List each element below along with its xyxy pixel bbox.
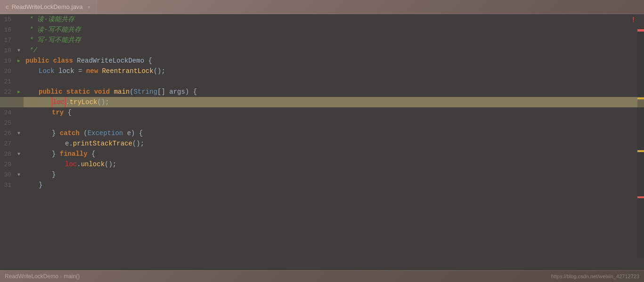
- line-number: 23: [0, 99, 14, 106]
- keyword-void: void: [94, 87, 114, 97]
- table-row: 17 * 写-写不能共存: [0, 35, 644, 45]
- code-line-25: [24, 118, 644, 128]
- code-text: * 读-读能共存: [25, 14, 74, 24]
- line-number: 20: [0, 68, 14, 75]
- type-exception: Exception: [88, 128, 127, 138]
- keyword-try: try: [52, 107, 68, 118]
- line-number: 30: [0, 171, 14, 178]
- code-line-19: public class ReadWriteLockDemo {: [24, 56, 644, 66]
- table-row: 16 * 读-写不能共存: [0, 24, 644, 35]
- code-line-28: } finally {: [24, 149, 644, 159]
- line-number: 24: [0, 109, 14, 116]
- brace: {: [148, 56, 152, 66]
- table-row: 24 try {: [0, 107, 644, 118]
- warning-marker-2: [637, 150, 644, 152]
- error-variable-loc: loc: [52, 97, 65, 107]
- table-row: 22 ▶ public static void main(String[] ar…: [0, 87, 644, 97]
- code-line-27: e.printStackTrace();: [24, 138, 644, 149]
- run-icon[interactable]: ▶: [17, 58, 20, 64]
- table-row: 18 ▼ */: [0, 45, 644, 56]
- table-row: 20 Lock lock = new ReentrantLock();: [0, 66, 644, 76]
- table-row: 21: [0, 76, 644, 87]
- line-number: 19: [0, 57, 14, 64]
- code-line-16: * 读-写不能共存: [24, 24, 644, 35]
- keyword-catch: catch: [60, 128, 83, 138]
- code-line-24: try {: [24, 107, 644, 118]
- method-unlock: unlock: [81, 159, 105, 169]
- table-row: 27 e.printStackTrace();: [0, 138, 644, 149]
- varname: lock: [58, 66, 78, 76]
- code-line-15: * 读-读能共存: [24, 14, 644, 24]
- variable-loc: loc: [65, 159, 77, 169]
- line-number: 15: [0, 16, 14, 23]
- code-line-18: */: [24, 45, 644, 56]
- line-number: 28: [0, 151, 14, 158]
- table-row: 28 ▼ } finally {: [0, 149, 644, 159]
- error-marker-2: [637, 196, 644, 198]
- code-line-30: }: [24, 169, 644, 180]
- code-line-26: } catch (Exception e) {: [24, 128, 644, 138]
- gutter-icons: ▼: [14, 172, 24, 177]
- fold-icon[interactable]: ▼: [17, 131, 20, 136]
- table-row: 23 loc.tryLock();: [0, 97, 644, 107]
- code-text: * 写-写不能共存: [25, 35, 81, 45]
- line-number: 21: [0, 78, 14, 85]
- line-number: 18: [0, 47, 14, 54]
- line-number: 22: [0, 89, 14, 96]
- code-lines-container: 15 * 读-读能共存 16 * 读-写不能共存 17 * 写-写不能: [0, 14, 644, 270]
- method-name: main: [114, 87, 130, 97]
- line-number: 17: [0, 37, 14, 44]
- error-marker: [637, 29, 644, 32]
- gutter-icons: ▶: [14, 58, 24, 64]
- gutter-icons: ▼: [14, 152, 24, 157]
- warning-marker-1: [637, 97, 644, 99]
- keyword-public: public: [25, 56, 53, 66]
- table-row: 19 ▶ public class ReadWriteLockDemo {: [0, 56, 644, 66]
- fold-icon[interactable]: ▼: [17, 152, 20, 157]
- code-line-23: loc.tryLock();: [24, 97, 644, 107]
- line-number: 16: [0, 26, 14, 33]
- code-editor: 15 * 读-读能共存 16 * 读-写不能共存 17 * 写-写不能: [0, 14, 644, 270]
- table-row: 15 * 读-读能共存: [0, 14, 644, 24]
- table-row: 30 ▼ }: [0, 169, 644, 180]
- fold-icon[interactable]: ▼: [17, 48, 20, 53]
- table-row: 26 ▼ } catch (Exception e) {: [0, 128, 644, 138]
- keyword-new: new: [86, 66, 102, 76]
- table-row: 31 }: [0, 180, 644, 190]
- code-line-20: Lock lock = new ReentrantLock();: [24, 66, 644, 76]
- gutter-icons: ▶: [14, 89, 24, 95]
- line-number: 25: [0, 120, 14, 127]
- code-line-22: public static void main(String[] args) {: [24, 87, 644, 97]
- error-indicator: !: [631, 16, 636, 24]
- table-row: 29 loc.unlock();: [0, 159, 644, 169]
- classref: ReentrantLock: [102, 66, 153, 76]
- scrollbar-markers: [637, 28, 644, 258]
- method-trylock: tryLock: [70, 97, 98, 107]
- keyword-class: class: [53, 56, 77, 66]
- gutter-icons: ▼: [14, 131, 24, 136]
- keyword-public: public: [39, 87, 66, 97]
- code-line-29: loc.unlock();: [24, 159, 644, 169]
- line-number: 27: [0, 140, 14, 147]
- gutter-icons: ▼: [14, 48, 24, 53]
- code-text: * 读-写不能共存: [25, 24, 81, 35]
- editor-container: c ReadWriteLockDemo.java × 15 * 读-读能共存 1…: [0, 0, 644, 282]
- method-printstacktrace: printStackTrace: [73, 138, 132, 149]
- type-lock: Lock: [39, 66, 58, 76]
- classname: ReadWriteLockDemo: [77, 56, 148, 66]
- code-text: */: [25, 45, 37, 56]
- keyword-static: static: [66, 87, 94, 97]
- keyword-finally: finally: [60, 149, 91, 159]
- run-icon[interactable]: ▶: [17, 89, 20, 95]
- code-line-21: [24, 76, 644, 87]
- fold-icon[interactable]: ▼: [17, 172, 20, 177]
- table-row: 25: [0, 118, 644, 128]
- line-number: 31: [0, 182, 14, 189]
- code-line-31: }: [24, 180, 644, 190]
- line-number: 26: [0, 130, 14, 137]
- line-number: 29: [0, 161, 14, 168]
- code-line-17: * 写-写不能共存: [24, 35, 644, 45]
